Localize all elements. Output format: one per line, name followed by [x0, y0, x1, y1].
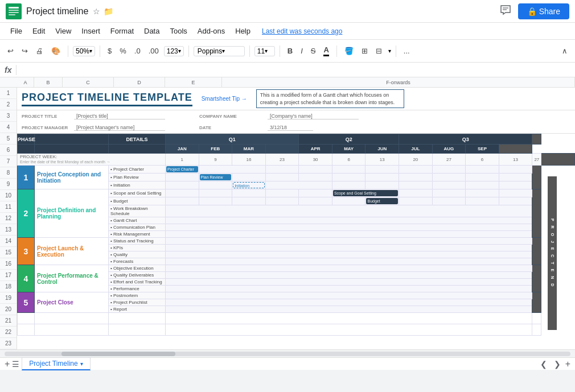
svg-rect-4 [9, 14, 15, 15]
date-value[interactable]: 3/12/18 [268, 125, 313, 131]
company-name-value[interactable]: [Company's name] [268, 113, 359, 119]
project-title-label: PROJECT TITLE [17, 114, 74, 119]
bottom-right-controls: ❮ ❯ + [538, 358, 570, 370]
zoom-chevron: ▾ [89, 48, 92, 54]
more-options-button[interactable]: ... [401, 45, 413, 57]
scroll-left-button[interactable]: ❮ [538, 358, 549, 370]
col-header-c[interactable]: C [63, 77, 114, 87]
row-num-16: 16 [0, 258, 17, 270]
er1c2 [35, 313, 109, 324]
undo-button[interactable]: ↩ [5, 45, 17, 57]
week-1: 1 [166, 154, 199, 166]
smartsheet-tip[interactable]: Smartsheet Tip → [202, 96, 247, 102]
project-end-cell-5 [532, 292, 541, 313]
template-description: This is a modified form of a Gantt chart… [256, 89, 404, 108]
menu-addons[interactable]: Add-ons [193, 25, 229, 37]
apr-header: APR [299, 145, 332, 154]
font-size-selector[interactable]: 11 ▾ [254, 46, 275, 56]
week-9: 9 [199, 154, 232, 166]
menu-file[interactable]: File [6, 25, 27, 37]
phase-header: PHASE [18, 134, 35, 145]
menu-edit[interactable]: Edit [28, 25, 50, 37]
collapse-button[interactable]: ∧ [559, 45, 570, 57]
gantt-ph1-r3-c3: Initiation [232, 181, 266, 189]
row-num-11: 11 [0, 201, 17, 213]
er2c1 [18, 324, 35, 336]
horizontal-scrollbar[interactable] [0, 349, 575, 357]
title-bar: Project timeline ☆ 📁 🔒 Share [0, 0, 575, 23]
separator-6 [336, 46, 337, 57]
g2r5-gantt [166, 224, 532, 231]
decimal1-button[interactable]: .00 [146, 45, 162, 57]
separator-2 [100, 46, 100, 57]
menu-view[interactable]: View [51, 25, 76, 37]
header-buttons: 🔒 Share [498, 2, 569, 20]
phase-2-row-1: 2 Project Definition and Planning • Scop… [18, 189, 575, 197]
gantt-ph1-r3-c9 [466, 181, 499, 189]
font-color-button[interactable]: A [321, 44, 331, 58]
borders-button[interactable]: ⊞ [359, 45, 371, 57]
folder-icon[interactable]: 📁 [104, 7, 113, 16]
bar-budget: Budget [366, 198, 398, 204]
paint-format-button[interactable]: 🎨 [48, 45, 63, 57]
project-end-label: P R O J E C T E N D [548, 176, 557, 330]
sheet-tab-project-timeline[interactable]: Project Timeline ▾ [22, 357, 90, 370]
last-edit-text[interactable]: Last edit was seconds ago [262, 27, 342, 35]
menu-insert[interactable]: Insert [77, 25, 105, 37]
add-sheet-button[interactable]: + [5, 359, 10, 369]
percent-button[interactable]: % [117, 45, 129, 57]
strikethrough-button[interactable]: S [308, 45, 319, 57]
svg-rect-3 [9, 12, 19, 13]
font-selector[interactable]: Poppins ▾ [194, 46, 245, 56]
phase-3-row-1: 3 Project Launch & Execution • Status an… [18, 238, 575, 245]
col-header-a[interactable]: A [17, 77, 34, 87]
zoom-control[interactable]: 50% ▾ [73, 46, 95, 56]
merge-options[interactable]: ▾ [388, 48, 391, 54]
scroll-thumb[interactable] [61, 352, 175, 356]
add-sheet-right-button[interactable]: + [565, 359, 570, 369]
q3-header: Q3 [399, 134, 532, 145]
col-header-b[interactable]: B [34, 77, 63, 87]
fill-color-button[interactable]: 🪣 [342, 45, 356, 57]
col-header-e[interactable]: E [165, 77, 222, 87]
print-button[interactable]: 🖨 [33, 45, 46, 57]
sheets-list-button[interactable]: ☰ [12, 360, 19, 369]
g2r1c6: Scope and Goal Setting [332, 189, 399, 197]
currency-button[interactable]: $ [105, 45, 114, 57]
project-title-value[interactable]: [Project's title] [74, 113, 165, 119]
spreadsheet-area: 1 2 3 4 5 6 7 8 9 10 11 12 13 14 15 16 1… [0, 88, 575, 349]
bold-button[interactable]: B [285, 45, 295, 57]
scroll-right-button[interactable]: ❯ [552, 358, 563, 370]
star-icon[interactable]: ☆ [93, 7, 100, 16]
er1c15 [532, 313, 541, 324]
gantt-ph1-r3-c6 [365, 181, 399, 189]
g4r3-gantt [166, 279, 532, 286]
row-num-7: 7 [0, 156, 17, 167]
svg-rect-2 [9, 10, 19, 11]
menu-help[interactable]: Help [231, 25, 255, 37]
comments-button[interactable] [498, 2, 514, 20]
phase-4-name: Project Performance & Control [35, 265, 109, 292]
italic-button[interactable]: I [298, 45, 306, 57]
gantt-ph1-r3-c7 [399, 181, 433, 189]
redo-button[interactable]: ↪ [19, 45, 31, 57]
menu-format[interactable]: Format [106, 25, 138, 37]
separator-5 [280, 46, 280, 57]
number-format[interactable]: 123 ▾ [164, 46, 184, 56]
bar-charter: Project Charter [166, 166, 198, 172]
decimal0-button[interactable]: .0 [132, 45, 143, 57]
col-header-f[interactable]: F-onwards [222, 77, 575, 87]
sheet-tabs-area: + ☰ Project Timeline ▾ [5, 357, 91, 370]
week-27b: 27 [532, 154, 541, 166]
row-num-15: 15 [0, 247, 17, 258]
merge-button[interactable]: ⊟ [373, 45, 385, 57]
row-num-10: 10 [0, 190, 17, 201]
sheet-tab-dropdown[interactable]: ▾ [80, 361, 83, 367]
menu-data[interactable]: Data [139, 25, 164, 37]
manager-value[interactable]: [Project Manager's name] [74, 125, 165, 131]
menu-tools[interactable]: Tools [165, 25, 191, 37]
phase-2-detail-3: • Work Breakdown Schedule [109, 205, 166, 217]
g2r1c1 [166, 189, 199, 197]
col-header-d[interactable]: D [114, 77, 165, 87]
share-button[interactable]: 🔒 Share [518, 3, 569, 19]
